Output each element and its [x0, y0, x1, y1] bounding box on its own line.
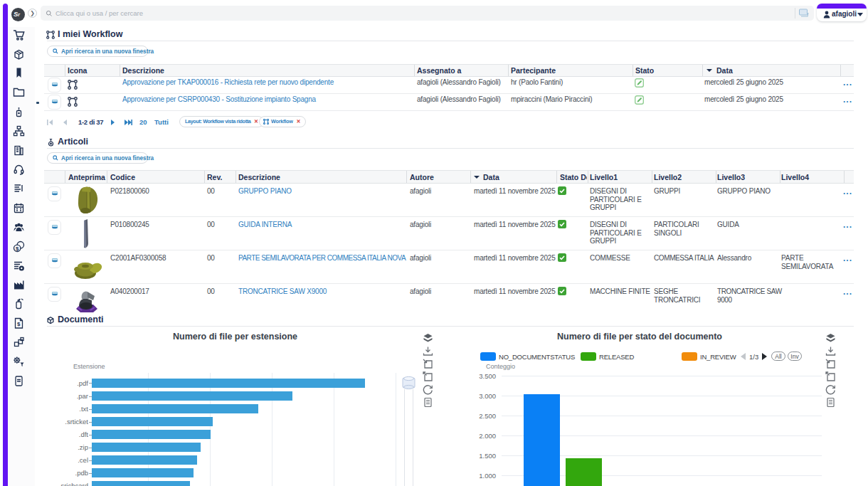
svg-text:$: $ — [17, 321, 21, 327]
svg-text:$: $ — [16, 245, 19, 252]
